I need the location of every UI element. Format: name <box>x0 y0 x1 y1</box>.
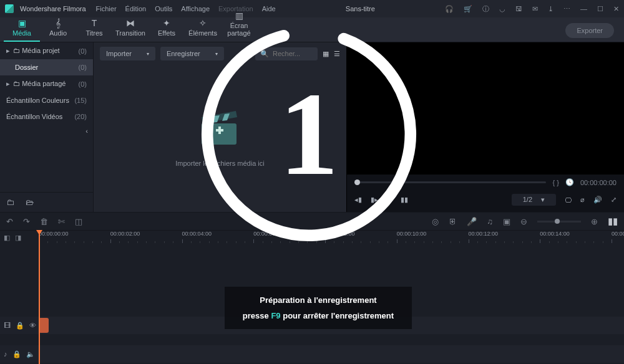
import-label: Importer <box>106 50 132 57</box>
shield-icon[interactable]: ⛨ <box>449 217 457 226</box>
save-icon[interactable]: 🖫 <box>515 5 522 12</box>
close-icon[interactable]: ✕ <box>613 5 619 13</box>
timeline-ruler[interactable]: ◧ ◨ 00:00:00:0000:00:02:0000:00:04:0000:… <box>0 231 624 244</box>
tab-splitscreen[interactable]: ▥Écran partagé <box>221 8 257 42</box>
tab-audio[interactable]: 𝄞Audio <box>40 16 76 42</box>
tip-text-a: presse <box>243 311 271 320</box>
view-toggle[interactable]: ▦☰ <box>323 50 340 58</box>
timeline-zoom-slider[interactable] <box>537 221 581 223</box>
lock-icon[interactable]: 🔒 <box>12 350 21 358</box>
sidebar-item-videos[interactable]: Échantillon Vidéos(20) <box>0 108 93 125</box>
sidebar-item-label: Média partagé <box>22 80 66 87</box>
media-panel: Importer▾ Enregistrer▾ 🔍 ▦☰ Importer les… <box>94 42 346 212</box>
headphones-icon[interactable]: 🎧 <box>445 5 454 13</box>
grid-view-icon[interactable]: ▦ <box>323 50 329 58</box>
sidebar-item-label: Média projet <box>22 47 60 54</box>
list-view-icon[interactable]: ☰ <box>334 50 340 58</box>
settings-icon[interactable]: ⋯ <box>563 5 570 13</box>
media-dropzone[interactable]: Importer les fichiers média ici <box>94 65 346 212</box>
sidebar-item-count: (0) <box>79 64 87 71</box>
cart-icon[interactable]: 🛒 <box>464 5 472 13</box>
cut-icon[interactable]: ✄ <box>58 217 65 226</box>
zoom-in-icon[interactable]: ⊕ <box>591 217 598 226</box>
menu-view[interactable]: Affichage <box>181 5 210 12</box>
snapshot-icon[interactable]: ⌀ <box>580 196 585 204</box>
tab-media[interactable]: ▣Média <box>4 16 40 42</box>
sidebar-collapse-icon[interactable]: ‹ <box>0 125 93 137</box>
menu-help[interactable]: Aide <box>262 5 276 12</box>
tip-text-b: pour arrêter l'enregistrement <box>281 311 394 320</box>
tab-transition[interactable]: ⧓Transition <box>112 16 149 42</box>
fit-icon[interactable]: ▮▮ <box>608 216 618 227</box>
display-icon[interactable]: 🖵 <box>565 196 572 204</box>
volume-icon[interactable]: 🔊 <box>593 196 602 204</box>
redo-icon[interactable]: ↷ <box>23 217 30 226</box>
app-logo-icon <box>5 4 14 13</box>
delete-icon[interactable]: 🗑 <box>40 217 48 226</box>
ruler-tick: 00:00:10:00 <box>397 231 427 237</box>
marker-icon[interactable]: ◎ <box>432 217 439 226</box>
sidebar-item-label: Échantillon Couleurs <box>6 97 69 104</box>
undo-icon[interactable]: ↶ <box>6 217 13 226</box>
elements-icon: ✧ <box>185 18 221 28</box>
crop-icon[interactable]: ◫ <box>75 217 82 226</box>
play-icon[interactable]: ▶ <box>387 196 392 204</box>
search-input[interactable] <box>273 50 310 57</box>
tab-elements-label: Éléments <box>188 29 217 37</box>
preview-zoom-label: 1/2 <box>523 196 532 204</box>
tab-splitscreen-label: Écran partagé <box>227 22 250 37</box>
ruler-tick: 00:00:16:00 <box>612 231 624 237</box>
visible-icon[interactable]: 👁 <box>29 322 36 329</box>
audio-track[interactable]: ♪🔒🔈 <box>0 345 624 363</box>
layout-icon[interactable]: ▣ <box>503 217 510 226</box>
film-icon: 🎞 <box>4 322 11 329</box>
preview-viewport[interactable] <box>347 42 624 175</box>
download-icon[interactable]: ⤓ <box>548 5 553 13</box>
minimize-icon[interactable]: — <box>580 5 587 12</box>
next-frame-icon[interactable]: ▮▮ <box>401 196 408 204</box>
new-folder-icon[interactable]: 🗀 <box>6 198 14 207</box>
sidebar-item-count: (0) <box>79 47 87 55</box>
preview-zoom-dropdown[interactable]: 1/2▾ <box>512 194 556 206</box>
ruler-tick: 00:00:06:00 <box>253 231 283 237</box>
record-dropdown[interactable]: Enregistrer▾ <box>160 47 224 60</box>
video-clip[interactable] <box>39 318 49 333</box>
import-dropdown[interactable]: Importer▾ <box>100 47 155 60</box>
module-tabbar: ▣Média 𝄞Audio TTitres ⧓Transition ✦Effet… <box>0 17 624 42</box>
menu-file[interactable]: Fichier <box>96 5 117 12</box>
menu-edit[interactable]: Édition <box>125 5 147 12</box>
info-icon[interactable]: ⓘ <box>482 4 489 14</box>
account-icon[interactable]: ◡ <box>499 5 505 13</box>
media-search[interactable]: 🔍 <box>255 47 318 60</box>
mail-icon[interactable]: ✉ <box>532 5 538 13</box>
sidebar-item-project[interactable]: ▸ 🗀 Média projet(0) <box>0 42 93 59</box>
sidebar-item-shared[interactable]: ▸ 🗀 Média partagé(0) <box>0 75 93 92</box>
music-icon[interactable]: ♫ <box>487 217 493 226</box>
playhead[interactable] <box>39 231 40 364</box>
record-label: Enregistrer <box>167 50 200 57</box>
titles-icon: T <box>76 18 112 28</box>
mute-icon[interactable]: 🔈 <box>26 350 35 358</box>
progress-bar[interactable] <box>354 181 546 183</box>
ruler-tick: 00:00:08:00 <box>325 231 355 237</box>
marker-list-icon[interactable]: ◨ <box>15 234 21 242</box>
stop-icon[interactable]: ▮▸ <box>371 196 378 204</box>
marker-add-icon[interactable]: ◧ <box>4 234 10 242</box>
new-bin-icon[interactable]: 🗁 <box>26 198 34 207</box>
sidebar-item-folder[interactable]: Dossier(0) <box>0 59 93 75</box>
sidebar-item-colors[interactable]: Échantillon Couleurs(15) <box>0 92 93 108</box>
mic-icon[interactable]: 🎤 <box>467 217 477 226</box>
chevron-down-icon: ▾ <box>147 51 149 57</box>
audio-icon: 𝄞 <box>40 18 76 28</box>
fullscreen-icon[interactable]: ⤢ <box>611 196 617 204</box>
tab-elements[interactable]: ✧Éléments <box>185 16 221 42</box>
lock-icon[interactable]: 🔒 <box>16 322 24 330</box>
tab-titles[interactable]: TTitres <box>76 16 112 42</box>
tab-effects[interactable]: ✦Effets <box>149 16 185 42</box>
loop-icon[interactable]: { } <box>552 179 558 186</box>
export-button[interactable]: Exporter <box>565 23 614 38</box>
zoom-out-icon[interactable]: ⊖ <box>520 217 527 226</box>
menu-tools[interactable]: Outils <box>155 5 172 12</box>
maximize-icon[interactable]: ☐ <box>597 5 603 13</box>
prev-frame-icon[interactable]: ◂▮ <box>354 196 362 204</box>
